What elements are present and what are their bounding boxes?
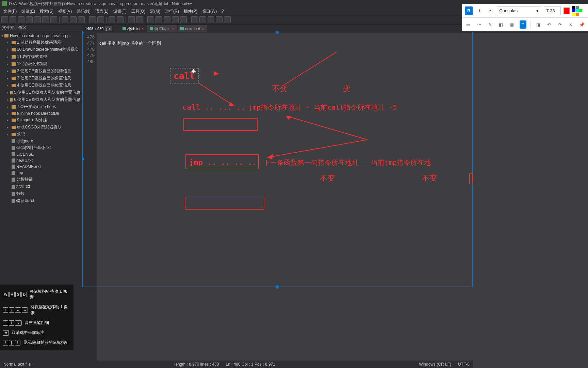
tree-folder[interactable]: 4.使用CE查找自己的位置信息 [1, 82, 80, 89]
undo-button[interactable]: ↶ [546, 20, 553, 29]
pin-button[interactable]: 📌 [578, 20, 585, 29]
tree-file[interactable]: 特征码.txt [1, 197, 80, 204]
toolbar-savemacro[interactable] [224, 16, 231, 23]
color-current[interactable] [564, 7, 570, 14]
redo-button[interactable]: ↷ [557, 20, 564, 29]
bold-button[interactable]: B [465, 6, 473, 15]
tree-file[interactable]: tmp [1, 170, 80, 176]
tab-new1[interactable]: new 1.txt ✕ [178, 25, 207, 32]
file-icon [122, 27, 126, 30]
tree-file[interactable]: csgo控制台命令.txt [1, 144, 80, 151]
menu-file[interactable]: 文件(F) [1, 8, 19, 15]
close-icon[interactable]: ✕ [201, 27, 204, 31]
menu-plugins[interactable]: 插件(P) [182, 8, 199, 15]
menu-language[interactable]: 语言(L) [93, 8, 111, 15]
rectangle-tool[interactable]: ▭ [465, 20, 472, 29]
code-editor[interactable]: call 指令 和jmp 指令的一个区别 [97, 33, 588, 361]
tree-folder[interactable]: 11.内存模式查找 [1, 53, 80, 60]
menu-run[interactable]: 运行(R) [163, 8, 181, 15]
toolbar-print[interactable] [50, 16, 57, 23]
menu-help[interactable]: ? [219, 8, 226, 14]
toolbar-closeall[interactable] [42, 16, 49, 23]
tree-folder[interactable]: 3.使用CE查找自己的角度信息 [1, 75, 80, 82]
font-icon[interactable]: A [486, 6, 494, 15]
color-swatch[interactable] [572, 6, 575, 9]
tree-folder[interactable]: 12.完善外挂功能 [1, 60, 80, 67]
tree-file[interactable]: 分析特征 [1, 176, 80, 183]
tree-folder[interactable]: 笔记 [1, 131, 80, 138]
tree-file[interactable]: new 1.txt [1, 157, 80, 164]
key-icon: 🖱 [3, 330, 9, 336]
color-swatch[interactable] [579, 9, 582, 12]
pencil-tool[interactable]: ✎ [487, 20, 493, 29]
tree-root[interactable]: How-to-create-a-csgo-cheating-pr [1, 33, 80, 39]
text-tool[interactable]: T [520, 20, 526, 29]
color-swatch[interactable] [572, 13, 575, 16]
tree-folder[interactable]: 10.DrawIndexedPrimitive的透视实 [1, 46, 80, 53]
toolbar-find[interactable] [109, 16, 115, 23]
menu-settings[interactable]: 设置(T) [111, 8, 129, 15]
toolbar-redo[interactable] [97, 16, 104, 23]
italic-button[interactable]: I [475, 6, 483, 15]
color-swatch[interactable] [576, 6, 579, 9]
close-icon[interactable]: ✕ [172, 27, 175, 31]
menu-window[interactable]: 窗口(W) [200, 8, 219, 15]
tree-folder[interactable]: 1.辅助程序最终效果演示 [1, 39, 80, 46]
toolbar-undo[interactable] [89, 16, 96, 23]
tree-folder[interactable]: 6.使用CE查找敌人和队友的骨骼信息 [1, 96, 80, 103]
tree-file[interactable]: .gitignore [1, 138, 80, 144]
font-family-select[interactable]: Consolas ▾ [497, 6, 541, 15]
tree-folder[interactable]: 9.imgui + 内外挂 [1, 117, 80, 124]
tree-file[interactable]: 数数 [1, 190, 80, 197]
tree-folder[interactable]: 5.使用CE查找敌人和队友的位置信息 [1, 89, 80, 96]
menu-encoding[interactable]: 编码(N) [75, 8, 93, 15]
line-tool[interactable]: 〜 [476, 20, 483, 29]
toolbar-docmap[interactable] [180, 16, 187, 23]
tree-folder[interactable]: 8.inline hook Direct3D9 [1, 110, 80, 117]
color-swatch[interactable] [572, 9, 575, 12]
tree-file[interactable]: LICENSE [1, 151, 80, 157]
toolbar-zoomout[interactable] [136, 16, 143, 23]
toolbar-open[interactable] [10, 16, 16, 23]
toolbar-cut[interactable] [62, 16, 68, 23]
tree-file[interactable]: 地址.txt [1, 183, 80, 190]
close-icon[interactable]: ✕ [141, 27, 144, 31]
toolbar-saveall[interactable] [26, 16, 33, 23]
menu-edit[interactable]: 编辑(E) [19, 8, 37, 15]
tree-folder[interactable]: 7.C++实现inline hook [1, 103, 80, 110]
toolbar-stop[interactable] [208, 16, 214, 23]
toolbar-record[interactable] [191, 16, 198, 23]
tab-label: 地址.txt [127, 26, 140, 31]
toolbar-new[interactable] [1, 16, 8, 23]
toolbar-save[interactable] [18, 16, 24, 23]
toolbar-copy[interactable] [70, 16, 77, 23]
toolbar-wrap[interactable] [147, 16, 154, 23]
color-swatch[interactable] [576, 13, 579, 16]
tab-address[interactable]: 地址.txt ✕ [120, 25, 147, 32]
toolbar-zoomin[interactable] [128, 16, 135, 23]
highlighter-tool[interactable]: ◧ [497, 20, 504, 29]
menu-view[interactable]: 视图(V) [56, 8, 74, 15]
toolbar-paste[interactable] [78, 16, 85, 23]
menu-tools[interactable]: 工具(O) [129, 8, 147, 15]
tree-folder[interactable]: end.CSGO外部武器换肤 [1, 124, 80, 131]
font-size-input[interactable]: 7.23 [544, 6, 561, 15]
cancel-button[interactable]: ✕ [568, 20, 574, 29]
toolbar-playback[interactable] [216, 16, 223, 23]
toolbar-play[interactable] [199, 16, 206, 23]
toolbar-funclist[interactable] [172, 16, 179, 23]
toolbar-invisible[interactable] [156, 16, 162, 23]
menu-search[interactable]: 搜索(S) [38, 8, 55, 15]
toolbar-close[interactable] [34, 16, 41, 23]
blur-tool[interactable]: ▦ [508, 20, 515, 29]
tree-file[interactable]: README.md [1, 164, 80, 170]
color-swatch[interactable] [579, 6, 582, 9]
tree-item-label: 11.内存模式查找 [17, 54, 47, 60]
tree-folder[interactable]: 2.使用CE查找自己的矩阵信息 [1, 67, 80, 75]
color-swatch[interactable] [576, 9, 579, 12]
tab-signature[interactable]: 特征码.txt ✕ [147, 25, 178, 32]
toolbar-indent[interactable] [164, 16, 170, 23]
menu-macro[interactable]: 宏(M) [148, 8, 162, 15]
toolbar-replace[interactable] [117, 16, 124, 23]
eraser-tool[interactable]: ◨ [535, 20, 542, 29]
